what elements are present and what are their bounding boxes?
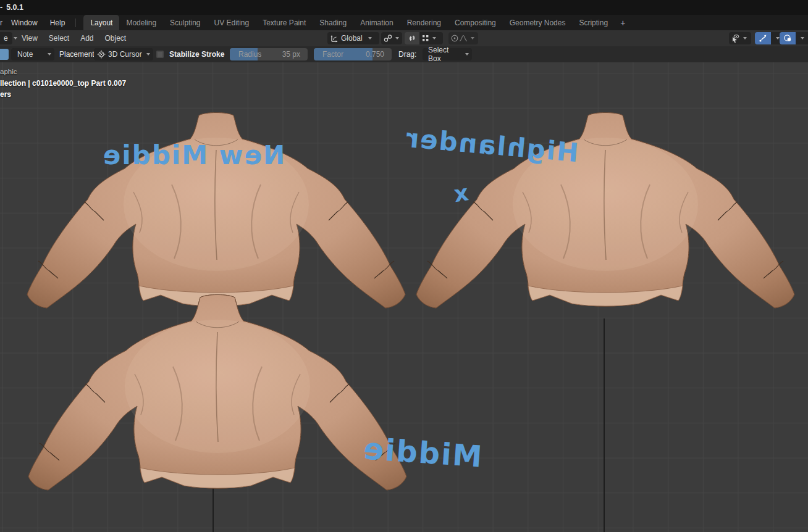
tab-geometry-nodes[interactable]: Geometry Nodes bbox=[503, 15, 573, 30]
proportional-falloff-icon bbox=[459, 34, 468, 43]
add-workspace-button[interactable]: + bbox=[615, 15, 631, 30]
overlays-group bbox=[780, 32, 808, 44]
menu-window[interactable]: Window bbox=[5, 15, 44, 30]
factor-slider-label: Factor bbox=[322, 48, 343, 60]
show-overlays-toggle[interactable] bbox=[780, 32, 796, 44]
drag-label: Drag: bbox=[398, 46, 416, 62]
transform-orientation-icon bbox=[330, 34, 339, 43]
overlay-view-name-fragment: aphic bbox=[0, 68, 17, 75]
chevron-down-icon bbox=[48, 53, 51, 56]
transform-orientation-dropdown[interactable]: Global bbox=[327, 32, 379, 44]
show-gizmos-toggle[interactable] bbox=[755, 32, 771, 44]
menu-select[interactable]: Select bbox=[43, 30, 75, 46]
tab-uv-editing[interactable]: UV Editing bbox=[207, 15, 256, 30]
snap-base-dropdown[interactable] bbox=[381, 32, 402, 44]
tab-modeling[interactable]: Modeling bbox=[119, 15, 163, 30]
annotation-color-swatch[interactable] bbox=[0, 49, 9, 60]
chevron-down-icon bbox=[146, 53, 150, 56]
note-layer-dropdown[interactable]: Note bbox=[11, 48, 54, 60]
factor-slider[interactable]: Factor 0.750 bbox=[314, 48, 392, 60]
menu-help[interactable]: Help bbox=[44, 15, 72, 30]
tab-layout[interactable]: Layout bbox=[83, 15, 119, 30]
orientation-value: Global bbox=[339, 34, 365, 43]
tab-compositing[interactable]: Compositing bbox=[448, 15, 503, 30]
drag-mode-dropdown[interactable]: Select Box bbox=[423, 48, 472, 60]
chevron-down-icon bbox=[743, 37, 747, 39]
annotation-new-middie: New Middie bbox=[98, 140, 289, 170]
menu-add[interactable]: Add bbox=[75, 30, 99, 46]
chevron-down-icon bbox=[471, 37, 474, 39]
window-title: 5.0.1 bbox=[6, 3, 23, 12]
window-titlebar: - 5.0.1 bbox=[0, 0, 808, 15]
tab-sculpting[interactable]: Sculpting bbox=[163, 15, 207, 30]
chevron-down-icon bbox=[432, 37, 436, 39]
workspace-tabs: Layout Modeling Sculpting UV Editing Tex… bbox=[83, 15, 631, 30]
snap-increment-icon bbox=[422, 35, 429, 42]
chevron-down-icon bbox=[395, 37, 399, 39]
chevron-down-icon bbox=[368, 37, 372, 39]
chevron-down-icon bbox=[801, 37, 804, 39]
tab-animation[interactable]: Animation bbox=[353, 15, 400, 30]
placement-label: Placement: bbox=[59, 46, 96, 62]
3d-viewport[interactable]: aphic llection | c0101e0000_top Part 0.0… bbox=[0, 62, 808, 532]
note-label: Note bbox=[15, 50, 35, 59]
radius-slider-value: 35 px bbox=[282, 48, 300, 60]
radius-slider-label: Radius bbox=[238, 48, 261, 60]
tab-scripting[interactable]: Scripting bbox=[572, 15, 615, 30]
blender-window: - 5.0.1 r Window Help Layout Modeling Sc… bbox=[0, 0, 808, 532]
proportional-editing-group[interactable] bbox=[448, 32, 478, 44]
snap-base-icon bbox=[384, 34, 392, 43]
gizmos-icon bbox=[759, 34, 767, 43]
3d-cursor-icon bbox=[97, 50, 106, 59]
overlay-fragment: ers bbox=[0, 90, 11, 99]
editor-mode-dropdown[interactable]: e bbox=[0, 32, 12, 44]
title-fragment: - bbox=[0, 3, 2, 12]
viewport-header: e View Select Add Object Global bbox=[0, 30, 808, 46]
model-torso-bottom[interactable] bbox=[28, 295, 406, 491]
object-visibility-dropdown[interactable] bbox=[729, 32, 751, 44]
stabilize-stroke-checkbox[interactable] bbox=[156, 50, 164, 59]
magnet-icon bbox=[408, 35, 416, 43]
snap-toggle-button[interactable] bbox=[405, 32, 419, 44]
tool-settings-bar: Note Placement: 3D Cursor Stabilize Stro… bbox=[0, 46, 808, 62]
overlays-icon bbox=[783, 34, 792, 43]
menu-overflow-fragment: r bbox=[0, 19, 5, 27]
topbar: r Window Help Layout Modeling Sculpting … bbox=[0, 15, 808, 30]
menu-view[interactable]: View bbox=[16, 30, 43, 46]
tab-shading[interactable]: Shading bbox=[313, 15, 353, 30]
stabilize-stroke-label: Stabilize Stroke bbox=[169, 46, 224, 62]
proportional-editing-icon bbox=[450, 34, 459, 43]
placement-dropdown[interactable]: 3D Cursor bbox=[94, 48, 153, 60]
overlays-dropdown[interactable] bbox=[796, 32, 808, 44]
menu-object[interactable]: Object bbox=[99, 30, 132, 46]
mode-fragment-label: e bbox=[1, 34, 11, 43]
factor-slider-value: 0.750 bbox=[366, 48, 384, 60]
placement-value: 3D Cursor bbox=[106, 50, 145, 59]
overlay-collection-object: llection | c0101e0000_top Part 0.007 bbox=[0, 79, 126, 88]
tab-rendering[interactable]: Rendering bbox=[400, 15, 448, 30]
drag-mode-value: Select Box bbox=[426, 46, 465, 63]
chevron-down-icon bbox=[465, 53, 469, 56]
tab-texture-paint[interactable]: Texture Paint bbox=[256, 15, 313, 30]
viewport-menus: View Select Add Object bbox=[16, 30, 132, 46]
menu-separator bbox=[75, 19, 76, 27]
snapping-group bbox=[405, 32, 443, 44]
object-visibility-icon bbox=[731, 34, 740, 43]
snap-settings-dropdown[interactable] bbox=[419, 32, 443, 44]
radius-slider[interactable]: Radius 35 px bbox=[230, 48, 308, 60]
